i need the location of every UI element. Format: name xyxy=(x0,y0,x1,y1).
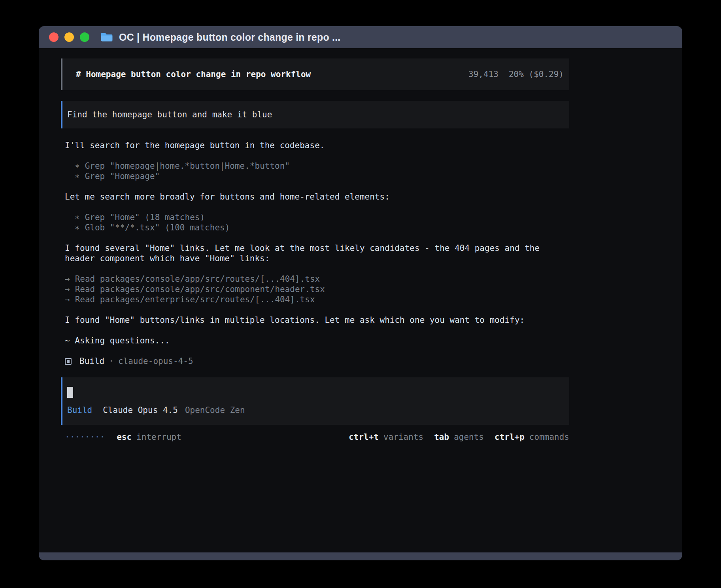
hint-commands: ctrl+p commands xyxy=(495,432,569,442)
model-provider-label: OpenCode Zen xyxy=(185,405,245,415)
asking-questions-status: ~ Asking questions... xyxy=(65,335,569,346)
model-name-label: Claude Opus 4.5 xyxy=(103,405,178,415)
tool-call-text: Read packages/enterprise/src/routes/[...… xyxy=(75,295,315,304)
hint-key-ctrl-t: ctrl+t xyxy=(349,432,379,442)
hint-key-ctrl-p: ctrl+p xyxy=(495,432,525,442)
tool-arrow-icon: → xyxy=(65,274,70,284)
session-stats: 39,413 20% ($0.29) xyxy=(468,69,564,79)
window-title: OC | Homepage button color change in rep… xyxy=(119,32,340,43)
tool-call-grep: ∗Grep "homepage|home.*button|Home.*butto… xyxy=(65,161,569,171)
tool-call-text: Glob "**/*.tsx" (100 matches) xyxy=(85,223,230,232)
tool-call-text: Read packages/console/app/src/routes/[..… xyxy=(75,274,320,284)
active-agent-label: Build xyxy=(67,405,92,415)
hint-label-agents: agents xyxy=(454,432,484,442)
tool-bullet-icon: ∗ xyxy=(75,213,80,222)
agent-model: claude-opus-4-5 xyxy=(118,356,193,366)
context-usage: 20% ($0.29) xyxy=(509,69,564,79)
tool-arrow-icon: → xyxy=(65,285,70,294)
agent-separator: · xyxy=(109,356,114,366)
tool-call-text: Grep "Homepage" xyxy=(85,172,160,181)
hint-label-interrupt: interrupt xyxy=(136,432,181,442)
footer-right-hints: ctrl+t variants tab agents ctrl+p comman… xyxy=(349,432,569,442)
text-cursor xyxy=(67,387,73,398)
hint-agents: tab agents xyxy=(434,432,484,442)
tool-call-read: →Read packages/console/app/src/routes/[.… xyxy=(65,274,569,284)
assistant-message: I found "Home" buttons/links in multiple… xyxy=(65,315,569,325)
minimize-button[interactable] xyxy=(64,32,74,42)
user-message: Find the homepage button and make it blu… xyxy=(61,101,569,128)
tool-call-group: ∗Grep "homepage|home.*button|Home.*butto… xyxy=(65,161,569,181)
hint-key-tab: tab xyxy=(434,432,449,442)
status-footer: ········ esc interrupt ctrl+t variants t… xyxy=(65,432,569,442)
window-titlebar[interactable]: OC | Homepage button color change in rep… xyxy=(39,26,682,48)
tool-call-grep: ∗Grep "Home" (18 matches) xyxy=(65,212,569,222)
terminal-window: OC | Homepage button color change in rep… xyxy=(39,26,682,560)
tool-call-read: →Read packages/enterprise/src/routes/[..… xyxy=(65,294,569,305)
zoom-button[interactable] xyxy=(80,32,89,42)
model-status-line: Build Claude Opus 4.5 OpenCode Zen xyxy=(67,405,564,415)
assistant-message: I found several "Home" links. Let me loo… xyxy=(65,243,569,264)
window-bottom-edge xyxy=(39,552,682,560)
tool-arrow-icon: → xyxy=(65,295,70,304)
session-header: # Homepage button color change in repo w… xyxy=(61,58,569,90)
tool-bullet-icon: ∗ xyxy=(75,161,80,171)
hint-interrupt: esc interrupt xyxy=(117,432,181,442)
tool-call-grep: ∗Grep "Homepage" xyxy=(65,171,569,181)
tool-call-text: Read packages/console/app/src/component/… xyxy=(75,285,325,294)
spinner-dots-icon: ········ xyxy=(65,432,105,442)
hint-label-variants: variants xyxy=(383,432,423,442)
agent-status-line: Build · claude-opus-4-5 xyxy=(65,356,569,366)
token-count: 39,413 xyxy=(468,69,498,79)
hint-variants: ctrl+t variants xyxy=(349,432,423,442)
close-button[interactable] xyxy=(49,32,59,42)
assistant-message: Let me search more broadly for buttons a… xyxy=(65,192,569,202)
tool-call-read: →Read packages/console/app/src/component… xyxy=(65,284,569,294)
prompt-input[interactable]: Build Claude Opus 4.5 OpenCode Zen xyxy=(61,377,569,425)
tool-call-text: Grep "Home" (18 matches) xyxy=(85,213,205,222)
folder-icon xyxy=(100,32,114,43)
tool-call-text: Grep "homepage|home.*button|Home.*button… xyxy=(85,161,290,171)
session-title: # Homepage button color change in repo w… xyxy=(76,69,311,79)
tool-call-glob: ∗Glob "**/*.tsx" (100 matches) xyxy=(65,222,569,233)
assistant-transcript: I'll search for the homepage button in t… xyxy=(65,140,569,366)
traffic-lights xyxy=(49,32,89,42)
tool-bullet-icon: ∗ xyxy=(75,172,80,181)
agent-name: Build xyxy=(79,356,104,366)
user-message-text: Find the homepage button and make it blu… xyxy=(67,109,272,120)
terminal-body: # Homepage button color change in repo w… xyxy=(39,48,682,552)
tool-bullet-icon: ∗ xyxy=(75,223,80,232)
hint-key-esc: esc xyxy=(117,432,132,442)
session-content: # Homepage button color change in repo w… xyxy=(61,58,569,442)
tool-call-group: →Read packages/console/app/src/routes/[.… xyxy=(65,274,569,305)
assistant-message: I'll search for the homepage button in t… xyxy=(65,140,569,151)
hint-label-commands: commands xyxy=(529,432,569,442)
build-agent-icon xyxy=(65,358,72,365)
tool-call-group: ∗Grep "Home" (18 matches) ∗Glob "**/*.ts… xyxy=(65,212,569,233)
